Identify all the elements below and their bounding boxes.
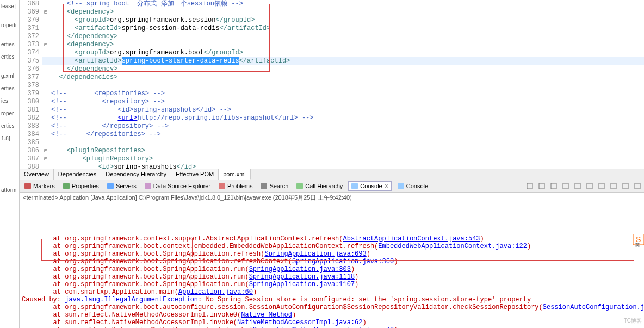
- toolbar-button[interactable]: [561, 182, 570, 190]
- code-text[interactable]: <pluginRepositories>: [49, 147, 145, 155]
- code-line[interactable]: 374 <groupId>org.springframework.boot</g…: [20, 49, 644, 57]
- code-line[interactable]: 384<!-- </repositories> -->: [20, 131, 644, 139]
- code-line[interactable]: 379<!-- <repositories> -->: [20, 90, 644, 98]
- console-line[interactable]: at com.smartxp.Application.main(Applicat…: [22, 288, 642, 296]
- code-line[interactable]: 371 <artifactId>spring-session-data-redi…: [20, 24, 644, 33]
- code-text[interactable]: <pluginRepository>: [49, 155, 153, 163]
- explorer-item[interactable]: roper: [0, 107, 19, 120]
- explorer-item[interactable]: [0, 63, 19, 70]
- editor-tab[interactable]: Dependencies: [54, 169, 101, 180]
- stack-link[interactable]: AbstractApplicationContext.java:543: [343, 235, 480, 243]
- stack-link[interactable]: SpringApplication.java:693: [264, 250, 366, 258]
- explorer-item[interactable]: erties: [0, 120, 19, 132]
- view-tab[interactable]: Call Hierarchy: [294, 182, 345, 190]
- editor-tab[interactable]: Effective POM: [171, 169, 219, 180]
- toolbar-button[interactable]: [537, 182, 546, 190]
- code-line[interactable]: 369⊟ <dependency>: [20, 8, 644, 16]
- console-line[interactable]: at sun.reflect.NativeMethodAccessorImpl.…: [22, 319, 642, 326]
- explorer-item[interactable]: [0, 145, 19, 151]
- code-text[interactable]: <artifactId>spring-boot-starter-data-red…: [49, 57, 290, 65]
- stack-link[interactable]: java.lang.IllegalArgumentException: [65, 296, 198, 304]
- console-line[interactable]: at org.springframework.boot.SpringApplic…: [22, 265, 642, 273]
- code-text[interactable]: <!-- </repositories> -->: [49, 131, 161, 139]
- explorer-item[interactable]: [0, 158, 19, 164]
- stack-link[interactable]: EmbeddedWebApplicationContext.java:122: [378, 243, 527, 250]
- console-output[interactable]: at org.springframework.context.support.A…: [20, 203, 644, 328]
- explorer-item[interactable]: erties: [0, 51, 19, 63]
- code-line[interactable]: 368 <!-- spring boot 分布式 添加一个session依赖 -…: [20, 0, 644, 8]
- toolbar-button[interactable]: [525, 182, 534, 190]
- fold-toggle[interactable]: ⊟: [42, 147, 49, 155]
- stack-link[interactable]: SpringApplication.java:1107: [249, 281, 355, 288]
- explorer-item[interactable]: [0, 32, 19, 38]
- code-line[interactable]: 387⊟ <pluginRepository>: [20, 155, 644, 163]
- code-editor[interactable]: 368 <!-- spring boot 分布式 添加一个session依赖 -…: [20, 0, 644, 169]
- code-text[interactable]: <groupId>org.springframework.session</gr…: [49, 16, 255, 24]
- explorer-item[interactable]: ies: [0, 95, 19, 107]
- code-text[interactable]: </dependency>: [49, 33, 117, 41]
- code-line[interactable]: 381<!-- <id>spring-snapshots</id> -->: [20, 106, 644, 114]
- code-text[interactable]: </dependency>: [49, 65, 117, 73]
- view-tab[interactable]: Data Source Explorer: [142, 182, 213, 190]
- console-line[interactable]: at org.springframework.boot.SpringApplic…: [22, 258, 642, 265]
- explorer-item[interactable]: [0, 164, 19, 171]
- close-icon[interactable]: ✕: [384, 183, 389, 190]
- view-tab[interactable]: Markers: [22, 182, 57, 190]
- code-line[interactable]: 386⊟ <pluginRepositories>: [20, 147, 644, 155]
- view-tab[interactable]: Problems: [216, 182, 255, 190]
- code-text[interactable]: </dependencies>: [49, 73, 117, 82]
- stack-link[interactable]: NativeMethodAccessorImpl.java:62: [237, 319, 362, 326]
- explorer-item[interactable]: [0, 13, 19, 19]
- code-line[interactable]: 382<!-- <url>http://repo.spring.io/libs-…: [20, 114, 644, 122]
- toolbar-button[interactable]: [549, 182, 558, 190]
- console-line[interactable]: at sun.reflect.NativeMethodAccessorImpl.…: [22, 311, 642, 319]
- code-line[interactable]: 388 <id>spring-snapshots</id>: [20, 163, 644, 169]
- code-line[interactable]: 378: [20, 82, 644, 90]
- code-text[interactable]: <!-- spring boot 分布式 添加一个session依赖 -->: [49, 0, 243, 8]
- editor-tab[interactable]: pom.xml: [219, 169, 251, 180]
- code-text[interactable]: <artifactId>spring-session-data-redis</a…: [49, 24, 270, 33]
- stack-link[interactable]: SpringApplication.java:303: [249, 265, 351, 273]
- stack-link[interactable]: SpringApplication.java:360: [292, 258, 394, 265]
- explorer-item[interactable]: [0, 177, 19, 184]
- code-line[interactable]: 376 </dependency>: [20, 65, 644, 73]
- code-line[interactable]: 385: [20, 139, 644, 147]
- stack-link[interactable]: SpringApplication.java:1118: [249, 273, 355, 281]
- explorer-item[interactable]: [0, 151, 19, 158]
- editor-tab[interactable]: Overview: [20, 169, 54, 180]
- view-tab[interactable]: Search: [258, 182, 290, 190]
- code-text[interactable]: <!-- <id>spring-snapshots</id> -->: [49, 106, 231, 114]
- code-line[interactable]: 373⊟ <dependency>: [20, 41, 644, 49]
- code-line[interactable]: 372 </dependency>: [20, 33, 644, 41]
- toolbar-button[interactable]: [609, 182, 618, 190]
- toolbar-button[interactable]: [597, 182, 606, 190]
- console-line[interactable]: at org.springframework.boot.SpringApplic…: [22, 281, 642, 288]
- fold-toggle[interactable]: ⊟: [42, 41, 49, 49]
- console-line[interactable]: at org.springframework.boot.SpringApplic…: [22, 250, 642, 258]
- fold-toggle[interactable]: ⊟: [42, 155, 49, 163]
- view-tab[interactable]: Servers: [104, 182, 139, 190]
- stack-link[interactable]: Application.java:60: [178, 288, 253, 296]
- code-text[interactable]: <!-- <url>http://repo.spring.io/libs-sna…: [49, 114, 314, 122]
- explorer-item[interactable]: g.xml: [0, 70, 19, 82]
- code-text[interactable]: <groupId>org.springframework.boot</group…: [49, 49, 243, 57]
- code-text[interactable]: <id>spring-snapshots</id>: [49, 163, 196, 169]
- console-line[interactable]: at org.springframework.boot.context.embe…: [22, 243, 642, 250]
- code-text[interactable]: <!-- <repositories> -->: [49, 90, 165, 98]
- editor-tab[interactable]: Dependency Hierarchy: [101, 169, 171, 180]
- code-line[interactable]: 383<!-- </repository> -->: [20, 122, 644, 131]
- console-line[interactable]: at org.springframework.boot.SpringApplic…: [22, 273, 642, 281]
- stack-link[interactable]: Native Method: [241, 311, 292, 319]
- ime-widget[interactable]: S英: [633, 234, 644, 247]
- explorer-item[interactable]: 1.8]: [0, 132, 19, 145]
- code-text[interactable]: [49, 82, 51, 90]
- toolbar-button[interactable]: [585, 182, 594, 190]
- explorer-item[interactable]: lease]: [0, 0, 19, 13]
- explorer-item[interactable]: [0, 171, 19, 177]
- code-line[interactable]: 380<!-- <repository> -->: [20, 98, 644, 106]
- code-text[interactable]: <!-- </repository> -->: [49, 122, 169, 131]
- view-tab[interactable]: Console ✕: [348, 181, 391, 191]
- stack-link[interactable]: SessionAutoConfiguration.java:108: [543, 304, 644, 311]
- toolbar-button[interactable]: [573, 182, 582, 190]
- explorer-item[interactable]: roperti: [0, 19, 19, 32]
